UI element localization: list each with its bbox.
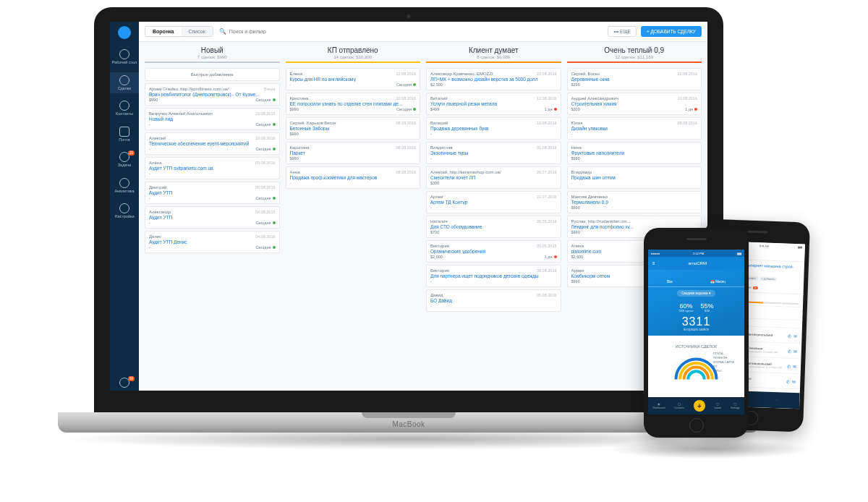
phone1-bottom-nav: ◉Dashboard ◯Contacts + ◯Leads ◯Settings <box>648 397 744 414</box>
nav-settings[interactable]: ◯Settings <box>731 403 740 409</box>
more-button[interactable]: ••• ЕЩЕ <box>608 26 636 37</box>
deal-card[interactable]: Валерий10.08.2016 Продажа деревянных бук… <box>426 117 561 140</box>
chat-icon[interactable]: ✉ <box>792 379 796 384</box>
tab-funnel[interactable]: Воронка <box>145 27 182 36</box>
card-title: Фруктовые наполнители <box>571 150 698 156</box>
call-icon[interactable]: ✆ <box>787 363 791 368</box>
deal-card[interactable]: Артем Олейко, http://kpmfitness.com.ua/В… <box>145 83 280 106</box>
nav-settings[interactable]: Настройки <box>110 200 139 222</box>
legend-item: ТЕЛЕФОН <box>713 356 734 360</box>
tab-list[interactable]: Список <box>182 27 213 36</box>
deal-card[interactable]: Нина Фруктовые наполнители $990 <box>567 142 702 164</box>
deal-card[interactable]: Безручко Алексей Анатольевич23.08.2016 Н… <box>145 108 280 130</box>
column-subtitle: 14 сделок: $10,200 <box>286 55 421 59</box>
sidebar: Рабочий стол Сделки Контакты Почта 29Зад… <box>110 22 139 391</box>
deal-card[interactable]: Алёна05.08.2016 Аудит УТП svitparketu.co… <box>145 157 280 179</box>
tab-all[interactable]: Все <box>667 280 673 284</box>
column-subtitle: 12 сделок: $11,189 <box>567 55 702 59</box>
chat-icon[interactable]: ✉ <box>793 349 797 354</box>
nav-label: Контакты <box>116 112 133 116</box>
deal-card[interactable]: Виктория08.08.2016 Для партнера ищет под… <box>426 265 561 287</box>
quick-add[interactable]: Быстрое добавление <box>145 68 280 81</box>
deal-card[interactable]: Анна08.08.2016 Продажа проф.косметики дл… <box>286 166 421 189</box>
deal-card[interactable]: Наталия26.05.2016 Для СТО оборудование $… <box>426 216 561 238</box>
card-title: Строительная химия <box>571 101 698 106</box>
search-icon: 🔍 <box>219 28 226 35</box>
deal-card[interactable]: Виктория05.05.2015 Органические удобрени… <box>426 240 561 263</box>
nav-contacts[interactable]: ◯Contacts <box>674 403 684 409</box>
card-amount: $990 <box>571 230 580 234</box>
nav-leads[interactable]: ◯Leads <box>715 403 722 409</box>
card-amount: $990 <box>571 156 580 161</box>
deal-card[interactable]: Владислав01.08.2016 Экзотичные туры - <box>426 142 561 164</box>
card-date: 22.08.2016 <box>677 72 697 76</box>
card-contact: Дмитрий <box>149 185 252 190</box>
card-date: 22.08.2016 <box>396 72 416 76</box>
tasks-badge: 29 <box>128 150 135 156</box>
deal-card[interactable]: Каролина08.08.2016 Паркет $990 <box>286 142 421 164</box>
view-tabs: Воронка Список <box>145 26 213 37</box>
funnel-selector[interactable]: Сводная воронка ▾ <box>677 290 715 297</box>
call-icon[interactable]: ✆ <box>788 348 791 353</box>
deal-card[interactable]: Александр Кравченко, EMOZZI22.08.2016 ЛП… <box>426 68 561 90</box>
deal-card[interactable]: Алексей, http://keramashop.com.ua/26.07.… <box>426 166 561 189</box>
card-amount: $990 <box>149 98 158 102</box>
nav-tasks[interactable]: 29Задачи <box>110 149 139 171</box>
nav-label: Задачи <box>118 163 131 168</box>
column-header: Новый 7 сделок: $990 <box>145 46 280 66</box>
deal-card[interactable]: Александр04.08.2016 Аудит УТП -Сегодня <box>145 206 280 229</box>
card-contact: Юлия <box>571 121 675 125</box>
deal-card[interactable]: Сергей, Харьков Бетон08.08.2016 Бетонные… <box>286 117 421 140</box>
menu-icon[interactable]: ≡ <box>652 261 655 265</box>
stat-revenue: 55%$1M <box>700 302 713 312</box>
deal-card[interactable]: Алексей19.08.2016 Техническое обеспечени… <box>145 132 280 155</box>
deal-card[interactable]: Артем22.07.2016 Артем ТД Контур - <box>426 191 561 213</box>
deal-card[interactable]: Юлия08.08.2016 Дизайн упаковки - <box>567 117 702 140</box>
nav-contacts[interactable]: Контакты <box>110 98 139 119</box>
call-icon[interactable]: ✆ <box>786 378 790 383</box>
card-amount: - <box>571 181 573 185</box>
card-title: Экзотичные туры <box>430 150 557 156</box>
column-header: Очень теплый 0,9 12 сделок: $11,189 <box>567 46 702 66</box>
deal-card[interactable]: Елена22.08.2016 Курсы для HR по английск… <box>286 68 421 90</box>
add-button[interactable]: + <box>694 400 705 412</box>
column-title: Новый <box>145 46 280 54</box>
tag[interactable]: + Добавить <box>760 276 778 281</box>
deal-card[interactable]: Кристина20.08.2016 ЕЕ попросили узнать п… <box>286 93 421 115</box>
nav-analytics[interactable]: Аналитика <box>110 175 139 197</box>
call-icon[interactable]: ✆ <box>788 333 791 338</box>
card-title: ЛП+МК + возможно дизайн верстка за 5000 … <box>430 77 557 82</box>
app-logo[interactable] <box>118 26 131 39</box>
deal-card[interactable]: Максим Демченко Термопанели 0,9 $990 <box>567 191 702 213</box>
crm-app: Рабочий стол Сделки Контакты Почта 29Зад… <box>110 22 707 391</box>
card-title: Продажа деревянных букв <box>430 126 557 131</box>
card-amount: $700 <box>430 230 439 234</box>
phone1-screen: ●●●●●2:52 PM▮▮▮ ≡amoCRM Все📅 Месяц Сводн… <box>648 250 744 414</box>
card-title: Дизайн упаковки <box>571 126 698 131</box>
search-input[interactable] <box>229 29 316 34</box>
tab-month[interactable]: 📅 Месяц <box>710 280 726 284</box>
nav-deals[interactable]: Сделки <box>110 72 139 94</box>
deal-card[interactable]: Виталий12.08.2016 Услуги лазерной резки … <box>426 93 561 115</box>
deal-card[interactable]: Давид05.08.2016 БО Давид - <box>426 289 561 312</box>
nav-dashboard[interactable]: Рабочий стол <box>110 46 139 68</box>
search-box[interactable]: 🔍 <box>219 28 603 35</box>
add-deal-button[interactable]: + ДОБАВИТЬ СДЕЛКУ <box>641 26 702 37</box>
home-button[interactable] <box>689 418 704 433</box>
legend-item: ПОЧТА <box>713 352 734 355</box>
contacts-icon <box>119 101 129 111</box>
nav-mail[interactable]: Почта <box>110 124 139 145</box>
deal-card[interactable]: Сергей, Боско22.08.2016 Деревянные окна … <box>567 68 702 90</box>
card-amount: - <box>290 181 292 185</box>
deal-card[interactable]: Андрей Александрович19.08.2016 Строитель… <box>567 93 702 115</box>
nav-dashboard[interactable]: ◉Dashboard <box>652 403 665 409</box>
deal-card[interactable]: Владимир Продажа шин оптом - <box>567 166 702 189</box>
deal-card[interactable]: Денис04.08.2016 Аудит УТП Денис -Сегодня <box>145 231 280 253</box>
deal-card[interactable]: Дмитрий05.08.2016 Аудит УТП -Сегодня <box>145 182 280 204</box>
card-title: Для партнера ищет подрядчиков детские од… <box>430 273 557 278</box>
card-title: Артем ТД Контур <box>430 200 557 205</box>
chat-icon[interactable]: ✉ <box>793 333 797 339</box>
speaker-icon <box>747 231 767 234</box>
chat-icon[interactable]: ✉ <box>793 364 796 369</box>
nav-notifications[interactable]: 69 <box>110 375 139 391</box>
